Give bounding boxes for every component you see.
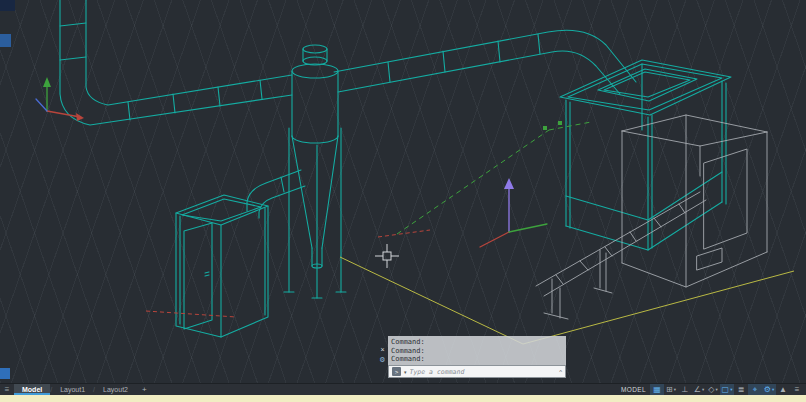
tab-layout2[interactable]: Layout2 [95,384,136,395]
teal-ductwork-geometry[interactable] [60,0,731,337]
chamber-box[interactable] [622,115,767,287]
command-history: Command: Command: Command: [388,336,566,365]
duct-left [60,0,292,125]
command-input-placeholder: Type a command [410,368,557,376]
model-space-scene [0,0,806,383]
menu-icon[interactable]: ≡ [0,384,14,395]
crosshair-cursor [375,244,399,268]
palette-chip-top[interactable] [0,0,15,11]
isodraft-icon[interactable]: ◇▾ [706,384,720,395]
ucs-x-arrow [76,113,84,121]
autocad-window: × ⚙ Command: Command: Command: > ▾ Type … [0,0,806,402]
duct-flanges [60,23,262,120]
dynamic-input-icon[interactable]: ⌖ [748,384,762,395]
conveyor[interactable] [536,192,706,319]
caret-down-icon[interactable]: ▾ [404,369,407,375]
grid-icon[interactable]: ▦ [650,384,664,395]
polar-tracking-icon[interactable]: ∠▾ [692,384,706,395]
ucs-y-arrow [43,77,51,87]
layout-tab-bar: ≡ Model / Layout1 / Layout2 + [0,384,153,395]
filter-cabinet[interactable] [176,195,268,337]
green-construction-lines[interactable] [397,122,591,234]
ortho-icon[interactable]: ⊥ [678,384,692,395]
canopy-hood[interactable] [560,60,731,250]
workspace-gear-icon[interactable]: ⚙▾ [762,384,776,395]
command-window-body: Command: Command: Command: > ▾ Type a co… [388,336,566,378]
green-point-markers [543,121,562,130]
close-icon[interactable]: × [380,346,384,353]
annotation-icon[interactable]: ▲ [776,384,790,395]
cyclone-legs [289,128,341,298]
status-bar: MODEL ▦⊞▾⊥∠▾◇▾▢▾≣⌖⚙▾▲≡ [621,384,806,395]
command-history-line: Command: [391,338,563,347]
add-layout-button[interactable]: + [136,384,153,395]
drawing-viewport[interactable]: × ⚙ Command: Command: Command: > ▾ Type … [0,0,806,383]
chevron-down-icon: ▾ [730,387,732,392]
customize-icon[interactable]: ≡ [790,384,804,395]
status-icon-group: ▦⊞▾⊥∠▾◇▾▢▾≣⌖⚙▾▲≡ [650,384,804,395]
chevron-down-icon: ▾ [674,387,676,392]
taskbar-strip [0,395,806,402]
customize-wrench-icon[interactable]: ⚙ [379,356,385,363]
ucs-gizmo[interactable] [480,178,547,247]
tab-layout1[interactable]: Layout1 [52,384,93,395]
hood-legs [566,64,726,250]
chevron-down-icon: ▾ [715,387,717,392]
command-prompt-icon: > [392,367,401,376]
command-input[interactable]: > ▾ Type a command ^ [388,365,566,378]
palette-chip-mid[interactable] [0,34,11,47]
cabinet-door [184,223,212,329]
command-history-line: Command: [391,355,563,364]
osnap-icon[interactable]: ▢▾ [720,384,734,395]
cyclone-separator[interactable] [284,45,346,298]
collapse-icon[interactable]: ^ [559,369,562,375]
command-window-grip: × ⚙ [377,336,388,378]
bottom-bar: ≡ Model / Layout1 / Layout2 + MODEL ▦⊞▾⊥… [0,383,806,395]
snap-icon[interactable]: ⊞▾ [664,384,678,395]
tab-model[interactable]: Model [14,384,50,395]
palette-chip-bottom[interactable] [0,368,10,379]
lineweight-icon[interactable]: ≣ [734,384,748,395]
command-history-line: Command: [391,347,563,356]
chevron-down-icon: ▾ [772,387,774,392]
duct-upper [338,51,620,94]
red-construction-lines[interactable] [146,230,430,317]
chevron-down-icon: ▾ [702,387,704,392]
gizmo-z-arrow [504,178,514,189]
model-space-label[interactable]: MODEL [621,386,646,393]
command-window[interactable]: × ⚙ Command: Command: Command: > ▾ Type … [377,336,566,378]
